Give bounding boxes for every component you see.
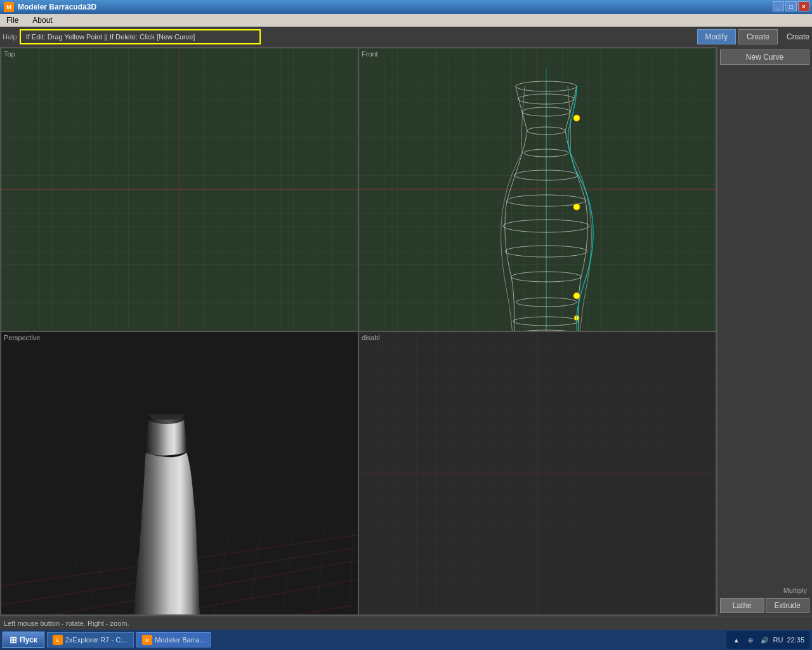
taskbar-item-modeler[interactable]: M Modeler Barra... (136, 632, 211, 647)
create-label: Create (787, 32, 809, 41)
right-panel: New Curve Multiply Lathe Extrude (717, 47, 812, 616)
taskbar: ⊞ Пуск E 2xExplorer R7 - C:... M Modeler… (0, 630, 812, 650)
title-bar: M Modeler Barracuda3D _ □ × (0, 0, 812, 14)
modify-button[interactable]: Modify (697, 29, 736, 44)
front-grid (359, 48, 716, 331)
viewports: Top Front (0, 47, 717, 616)
help-label: Help (3, 33, 17, 41)
tray-time: 22:35 (787, 636, 804, 644)
perspective-grid (1, 332, 358, 614)
app-title: Modeler Barracuda3D (18, 3, 96, 11)
lathe-extrude-row: Lathe Extrude (720, 598, 809, 613)
status-bar: Left mouse button - rotate. Right - zoom… (0, 616, 812, 630)
top-grid (1, 48, 358, 331)
viewport-perspective[interactable]: Perspective (1, 331, 358, 615)
create-button-toolbar[interactable]: Create (738, 29, 778, 44)
tray-sound-icon: 🔊 (759, 635, 769, 645)
viewport-front[interactable]: Front (358, 48, 716, 331)
svg-point-49 (150, 402, 183, 409)
taskbar-item-explorer-label: 2xExplorer R7 - C:... (65, 636, 129, 644)
new-curve-button[interactable]: New Curve (720, 50, 809, 65)
close-button[interactable]: × (798, 1, 809, 11)
system-tray: ▲ ⊕ 🔊 RU 22:35 (726, 631, 809, 649)
window-controls: _ □ × (773, 1, 809, 11)
menu-bar: File About (0, 14, 812, 27)
tray-icon-1: ▲ (731, 635, 742, 645)
svg-point-23 (573, 204, 580, 210)
multiply-label: Multiply (720, 585, 809, 595)
help-text-box: If Edit: Drag Yellow Point || If Delete:… (20, 29, 261, 44)
taskbar-item-modeler-label: Modeler Barra... (155, 636, 205, 644)
disabled-grid (359, 332, 716, 614)
viewport-top[interactable]: Top (1, 48, 358, 331)
start-label: Пуск (20, 635, 37, 644)
start-button[interactable]: ⊞ Пуск (3, 632, 44, 648)
menu-file[interactable]: File (3, 15, 22, 25)
menu-about[interactable]: About (29, 15, 56, 25)
extrude-button[interactable]: Extrude (766, 598, 810, 613)
app-icon: M (4, 2, 14, 12)
modeler-icon: M (142, 635, 152, 645)
tray-network-icon: ⊕ (745, 635, 756, 645)
lathe-button[interactable]: Lathe (720, 598, 764, 613)
main-area: Top Front (0, 47, 812, 616)
status-text: Left mouse button - rotate. Right - zoom… (4, 620, 129, 627)
svg-point-22 (573, 115, 580, 121)
help-text: If Edit: Drag Yellow Point || If Delete:… (26, 33, 195, 41)
toolbar: Help If Edit: Drag Yellow Point || If De… (0, 27, 812, 47)
svg-point-24 (573, 293, 580, 299)
tray-lang: RU (773, 636, 783, 644)
maximize-button[interactable]: □ (785, 1, 797, 11)
explorer-icon: E (53, 635, 63, 645)
minimize-button[interactable]: _ (773, 1, 784, 11)
taskbar-item-explorer[interactable]: E 2xExplorer R7 - C:... (47, 632, 134, 647)
viewport-disabled[interactable]: disabl (358, 331, 716, 615)
